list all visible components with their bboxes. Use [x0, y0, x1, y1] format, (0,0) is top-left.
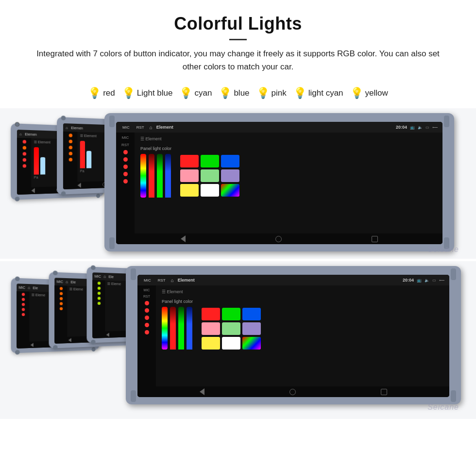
color-indicators-row: 💡 red 💡 Light blue 💡 cyan 💡 blue 💡 pink … [0, 87, 476, 100]
color-label-lightcyan: light cyan [308, 88, 343, 98]
title-divider [229, 39, 247, 40]
color-item-yellow: 💡 yellow [350, 87, 388, 100]
page-header: Colorful Lights Integrated with 7 colors… [0, 0, 476, 83]
bulb-icon-lightcyan: 💡 [293, 87, 306, 100]
color-label-red: red [103, 88, 115, 98]
watermark-bottom: Seicane [427, 403, 459, 412]
color-label-blue: blue [234, 88, 249, 98]
page-title: Colorful Lights [10, 14, 466, 34]
description-text: Integrated with 7 colors of button indic… [29, 47, 447, 73]
bottom-showcase: MIC ⌂ Ele ☰ Eleme [0, 261, 476, 419]
color-label-yellow: yellow [365, 88, 388, 98]
bulb-icon-yellow: 💡 [350, 87, 363, 100]
color-label-pink: pink [272, 88, 287, 98]
device-card-b4-large: MIC RST ⌂ Element 20:04 📺 🔈 ▭ ⟵ [126, 266, 461, 404]
top-showcase: ⌂ Elemen ☰ Element [0, 108, 476, 259]
watermark-top: Seicane [427, 245, 459, 254]
bulb-icon-pink: 💡 [256, 87, 270, 100]
color-item-lightblue: 💡 Light blue [122, 87, 173, 100]
bulb-icon-lightblue: 💡 [122, 87, 135, 100]
device-card-3-large: MIC RST ⌂ Element 20:04 📺 🔈 ▭ ⟵ [104, 113, 454, 251]
color-item-pink: 💡 pink [256, 87, 287, 100]
color-item-lightcyan: 💡 light cyan [293, 87, 343, 100]
color-item-red: 💡 red [88, 87, 115, 100]
bulb-icon-red: 💡 [88, 87, 101, 100]
color-label-lightblue: Light blue [137, 88, 173, 98]
color-item-blue: 💡 blue [219, 87, 249, 100]
android-time: 20:04 [396, 125, 407, 130]
bulb-icon-cyan: 💡 [179, 87, 192, 100]
bulb-icon-blue: 💡 [219, 87, 232, 100]
color-label-cyan: cyan [194, 88, 212, 98]
color-item-cyan: 💡 cyan [179, 87, 212, 100]
